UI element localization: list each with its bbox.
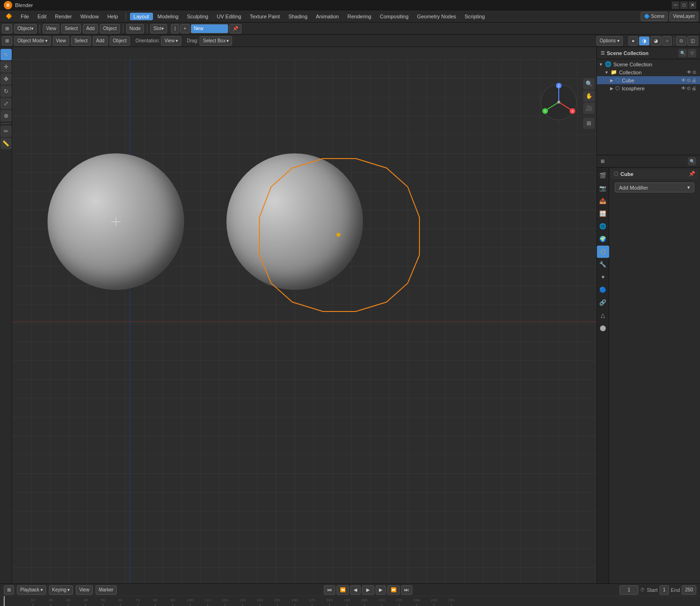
- viewport-mode-selector[interactable]: Object Mode ▾: [14, 36, 51, 46]
- workspace-layout[interactable]: Layout: [130, 13, 153, 20]
- new-material[interactable]: New: [191, 24, 228, 33]
- orientation-selector[interactable]: View ▾: [161, 36, 181, 46]
- select-menu[interactable]: Select: [61, 24, 81, 33]
- menu-help[interactable]: Help: [104, 13, 122, 20]
- timeline-ruler[interactable]: 1 10 20 30 40 50 60 70 80 90 100 110 120…: [0, 596, 700, 606]
- tool-measure[interactable]: 📏: [0, 138, 12, 149]
- outliner-cube[interactable]: ▶ ⬡ Cube 👁 ⊙ 🖨: [597, 76, 700, 84]
- prop-icon-render[interactable]: 📷: [597, 182, 609, 194]
- menu-render[interactable]: Render: [51, 13, 76, 20]
- overlay-toggle[interactable]: ⊙: [676, 36, 686, 46]
- viewport-view-menu[interactable]: View: [53, 36, 70, 46]
- prop-icon-constraints[interactable]: 🔗: [597, 296, 609, 309]
- viewport[interactable]: Front Orthographic (1) Collection | Cube…: [12, 47, 596, 583]
- tool-scale[interactable]: ⤢: [0, 98, 12, 109]
- tool-transform[interactable]: ⊕: [0, 110, 12, 121]
- workspace-geometry-nodes[interactable]: Geometry Nodes: [413, 13, 460, 20]
- playback-menu[interactable]: Playback ▾: [17, 585, 46, 595]
- minimize-button[interactable]: ─: [672, 1, 679, 9]
- workspace-sculpting[interactable]: Sculpting: [183, 13, 212, 20]
- workspace-animation[interactable]: Animation: [312, 13, 343, 20]
- workspace-uv-editing[interactable]: UV Editing: [213, 13, 245, 20]
- prop-icon-physics[interactable]: 🔵: [597, 284, 609, 296]
- properties-search[interactable]: 🔍: [688, 157, 696, 166]
- step-back-button[interactable]: ◀: [350, 585, 361, 595]
- tool-rotate[interactable]: ↻: [0, 86, 12, 97]
- maximize-button[interactable]: □: [680, 1, 688, 9]
- workspace-texture-paint[interactable]: Texture Paint: [246, 13, 283, 20]
- workspace-modeling[interactable]: Modeling: [154, 13, 183, 20]
- tool-orbit[interactable]: 🎥: [583, 103, 595, 114]
- viewport-object-menu[interactable]: Object: [110, 36, 130, 46]
- viewport-options[interactable]: ⊞: [2, 36, 12, 46]
- prop-icon-particles[interactable]: ✦: [597, 271, 609, 283]
- menu-edit[interactable]: Edit: [34, 13, 50, 20]
- close-button[interactable]: ✕: [689, 1, 696, 9]
- marker-menu[interactable]: Marker: [96, 585, 117, 595]
- tool-cursor[interactable]: ✛: [0, 61, 12, 72]
- options-btn[interactable]: Options ▾: [596, 36, 623, 46]
- tool-annotate[interactable]: ✏: [0, 126, 12, 137]
- outliner-collection[interactable]: ▼ 📁 Collection 👁 ⊙: [597, 68, 700, 76]
- start-frame-field[interactable]: 1: [660, 585, 669, 595]
- keying-menu[interactable]: Keying ▾: [49, 585, 73, 595]
- workspace-rendering[interactable]: Rendering: [344, 13, 375, 20]
- pin-material[interactable]: 📌: [229, 24, 241, 33]
- prop-icon-object[interactable]: ⬡: [597, 246, 609, 258]
- browse-material[interactable]: ⟨: [171, 24, 179, 33]
- prop-icon-output[interactable]: 📤: [597, 195, 609, 207]
- xray-toggle[interactable]: ◫: [687, 36, 698, 46]
- step-forward-button[interactable]: ▶: [376, 585, 386, 595]
- add-material-slot[interactable]: +: [180, 24, 190, 33]
- view-menu[interactable]: View: [43, 24, 60, 33]
- tool-move[interactable]: ✥: [0, 73, 12, 85]
- sphere-left[interactable]: [48, 153, 184, 290]
- shading-solid[interactable]: ●: [628, 36, 638, 46]
- menu-window[interactable]: Window: [77, 13, 103, 20]
- viewport-select-menu[interactable]: Select: [71, 36, 91, 46]
- mode-toggle[interactable]: ⊞: [2, 24, 12, 33]
- workspace-scripting[interactable]: Scripting: [461, 13, 489, 20]
- node-menu[interactable]: Node: [126, 24, 144, 33]
- shading-material[interactable]: ◕: [651, 36, 661, 46]
- next-keyframe-button[interactable]: ⏩: [387, 585, 400, 595]
- drag-selector[interactable]: Select Box ▾: [200, 36, 232, 46]
- prop-icon-view-layer[interactable]: 🪟: [597, 207, 609, 220]
- scene-selector[interactable]: 🔷 Scene: [641, 12, 668, 21]
- menu-file[interactable]: File: [17, 13, 33, 20]
- menu-blender[interactable]: 🔶: [2, 12, 16, 20]
- pin-button[interactable]: 📌: [689, 171, 695, 177]
- shading-normal[interactable]: ◑: [639, 36, 650, 46]
- outliner-scene-collection[interactable]: ▼ 🌐 Scene Collection: [597, 60, 700, 68]
- current-frame-field[interactable]: 1: [620, 585, 638, 595]
- sphere-right[interactable]: [226, 153, 363, 290]
- view-layer-selector[interactable]: ViewLayer: [669, 12, 698, 21]
- tool-zoom[interactable]: 🔍: [583, 78, 595, 89]
- prop-icon-scene[interactable]: 🎬: [597, 169, 609, 182]
- object-menu[interactable]: Object: [100, 24, 120, 33]
- shading-render[interactable]: ○: [662, 36, 672, 46]
- tool-pan[interactable]: ✋: [583, 90, 595, 102]
- jump-end-button[interactable]: ⏭: [401, 585, 412, 595]
- object-mode-selector[interactable]: Object ▾: [14, 24, 37, 33]
- outliner-search[interactable]: 🔍: [678, 49, 687, 57]
- viewport-add-menu[interactable]: Add: [93, 36, 108, 46]
- prop-icon-data[interactable]: △: [597, 309, 609, 321]
- prev-keyframe-button[interactable]: ⏪: [337, 585, 349, 595]
- timeline-mode[interactable]: ⊞: [4, 585, 14, 595]
- outliner-icosphere[interactable]: ▶ ⬡ Icosphere 👁 ⊙ 🖨: [597, 84, 700, 92]
- end-frame-field[interactable]: 250: [682, 585, 696, 595]
- slot-selector[interactable]: Slot ▾: [150, 24, 167, 33]
- play-button[interactable]: ▶: [362, 585, 374, 595]
- prop-icon-modifier[interactable]: 🔧: [597, 258, 609, 271]
- prop-icon-scene2[interactable]: 🌐: [597, 220, 609, 232]
- workspace-shading[interactable]: Shading: [285, 13, 311, 20]
- prop-icon-material[interactable]: ⬤: [597, 322, 609, 334]
- workspace-compositing[interactable]: Compositing: [376, 13, 412, 20]
- timeline-view-menu[interactable]: View: [76, 585, 93, 595]
- tool-select[interactable]: ↖: [0, 49, 12, 60]
- add-menu[interactable]: Add: [83, 24, 98, 33]
- outliner-filter[interactable]: ▽: [688, 49, 696, 57]
- tool-grid[interactable]: ⊞: [583, 118, 595, 129]
- prop-icon-world[interactable]: 🌍: [597, 233, 609, 245]
